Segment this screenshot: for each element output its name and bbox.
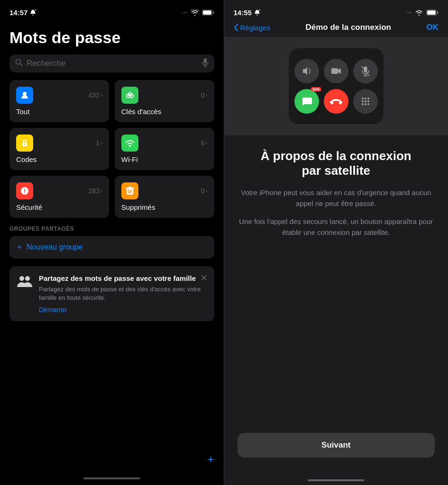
- time-display-left: 14:57: [9, 9, 27, 17]
- mic-icon[interactable]: [202, 58, 209, 69]
- close-button[interactable]: ✕: [201, 273, 208, 283]
- svg-rect-25: [427, 10, 436, 15]
- ok-button[interactable]: OK: [426, 23, 439, 32]
- search-placeholder: Recherche: [27, 59, 198, 68]
- nav-title: Démo de la connexion: [305, 23, 391, 32]
- supprimes-count: 0 ›: [201, 187, 208, 195]
- securite-icon: !: [16, 182, 33, 199]
- back-button[interactable]: Réglages: [234, 24, 270, 32]
- satellite-title: À propos de la connexion par satellite: [238, 149, 435, 178]
- wifi-count: 6 ›: [201, 139, 208, 147]
- tout-icon: [16, 87, 33, 104]
- battery-icon-right: [426, 9, 439, 16]
- home-bar-left: [83, 477, 140, 479]
- securite-count: 283 ›: [88, 187, 102, 195]
- left-content: Mots de passe Recherche: [0, 21, 224, 448]
- dots-left: ···: [182, 9, 187, 15]
- family-icon: [17, 275, 32, 291]
- time-right: 14:55: [234, 9, 260, 17]
- mute-button: [353, 59, 378, 83]
- phone-demo-area: SOS: [224, 37, 448, 135]
- svg-rect-20: [128, 187, 131, 188]
- svg-point-33: [365, 98, 366, 99]
- keypad-button: [353, 89, 378, 114]
- svg-point-36: [365, 100, 366, 102]
- satellite-desc1: Votre iPhone peut vous aider en cas d'ur…: [238, 188, 435, 209]
- home-bar-right: [308, 479, 365, 481]
- bell-icon-left: [30, 9, 36, 16]
- section-title-groupes: GROUPES PARTAGÉS: [9, 225, 214, 232]
- dots-right: ···: [406, 9, 412, 15]
- bell-icon-right: [254, 9, 260, 16]
- speaker-button: [294, 59, 319, 83]
- grid-item-securite[interactable]: ! 283 › Sécurité: [9, 176, 109, 218]
- satellite-text-section: À propos de la connexion par satellite V…: [224, 135, 448, 472]
- svg-rect-27: [331, 68, 338, 74]
- cles-icon: [121, 87, 138, 104]
- call-top-row: [294, 59, 378, 83]
- wifi-icon-left: [191, 9, 199, 16]
- home-indicator-right: [224, 472, 448, 485]
- codes-count: 1 ›: [96, 139, 102, 147]
- status-bar-right: 14:55 ···: [224, 0, 448, 21]
- svg-point-35: [362, 100, 364, 102]
- codes-icon: [16, 135, 33, 152]
- bottom-bar-left: +: [0, 448, 224, 476]
- grid-item-wifi[interactable]: 6 › Wi-Fi: [115, 128, 214, 170]
- svg-point-22: [25, 276, 30, 281]
- svg-point-15: [129, 145, 131, 147]
- svg-rect-19: [126, 188, 134, 189]
- svg-line-23: [259, 9, 260, 10]
- password-grid: 432 › Tout 0: [9, 80, 214, 218]
- plus-icon: +: [17, 242, 22, 252]
- grid-item-cles[interactable]: 0 › Clés d'accès: [115, 80, 214, 122]
- suivant-button[interactable]: Suivant: [238, 433, 435, 458]
- status-bar-left: 14:57 ···: [0, 0, 224, 21]
- supprimes-label: Supprimés: [121, 203, 208, 211]
- status-icons-right: ···: [406, 9, 439, 16]
- nouveau-groupe-button[interactable]: + Nouveau groupe: [9, 236, 214, 259]
- suivant-label: Suivant: [321, 440, 350, 449]
- tout-label: Tout: [16, 108, 102, 116]
- demarrer-button[interactable]: Démarrer: [39, 306, 207, 314]
- cles-count: 0 ›: [201, 91, 208, 99]
- camera-button: [324, 59, 348, 83]
- svg-rect-3: [213, 11, 214, 14]
- time-left: 14:57: [9, 9, 36, 17]
- family-title: Partagez des mots de passe avec votre fa…: [39, 274, 207, 283]
- suivant-container: Suivant: [238, 425, 435, 462]
- svg-point-9: [23, 92, 27, 96]
- phone-mock: SOS: [289, 48, 384, 124]
- cles-label: Clés d'accès: [121, 108, 208, 116]
- grid-item-supprimes[interactable]: 0 › Supprimés: [115, 176, 214, 218]
- message-sos-button: SOS: [294, 89, 319, 114]
- battery-icon-left: [202, 9, 214, 16]
- status-icons-left: ···: [182, 9, 214, 16]
- svg-point-34: [367, 98, 369, 99]
- svg-rect-6: [204, 58, 207, 63]
- supprimes-icon: [121, 182, 138, 199]
- hangup-button: [324, 89, 348, 114]
- right-panel: 14:55 ··· Réglages: [224, 0, 448, 485]
- svg-point-21: [19, 276, 24, 281]
- wifi-label: Wi-Fi: [121, 155, 208, 163]
- wifi-icon-right: [415, 9, 423, 16]
- svg-rect-2: [203, 10, 211, 15]
- sos-label: SOS: [311, 87, 321, 91]
- tout-count: 432 ›: [88, 91, 102, 99]
- family-card-text: Partagez des mots de passe avec votre fa…: [39, 274, 207, 314]
- page-title: Mots de passe: [9, 28, 214, 47]
- svg-rect-26: [437, 11, 439, 14]
- add-button[interactable]: +: [207, 453, 214, 466]
- nouveau-groupe-label: Nouveau groupe: [27, 243, 82, 251]
- wifi-icon: [121, 135, 138, 152]
- nav-bar-right: Réglages Démo de la connexion OK: [224, 21, 448, 37]
- grid-item-tout[interactable]: 432 › Tout: [9, 80, 109, 122]
- svg-line-5: [20, 64, 23, 66]
- search-bar[interactable]: Recherche: [9, 54, 214, 72]
- family-card: Partagez des mots de passe avec votre fa…: [9, 266, 214, 321]
- svg-point-38: [362, 103, 364, 105]
- grid-item-codes[interactable]: 1 › Codes: [9, 128, 109, 170]
- svg-point-39: [365, 103, 366, 105]
- call-bottom-row: SOS: [294, 89, 378, 114]
